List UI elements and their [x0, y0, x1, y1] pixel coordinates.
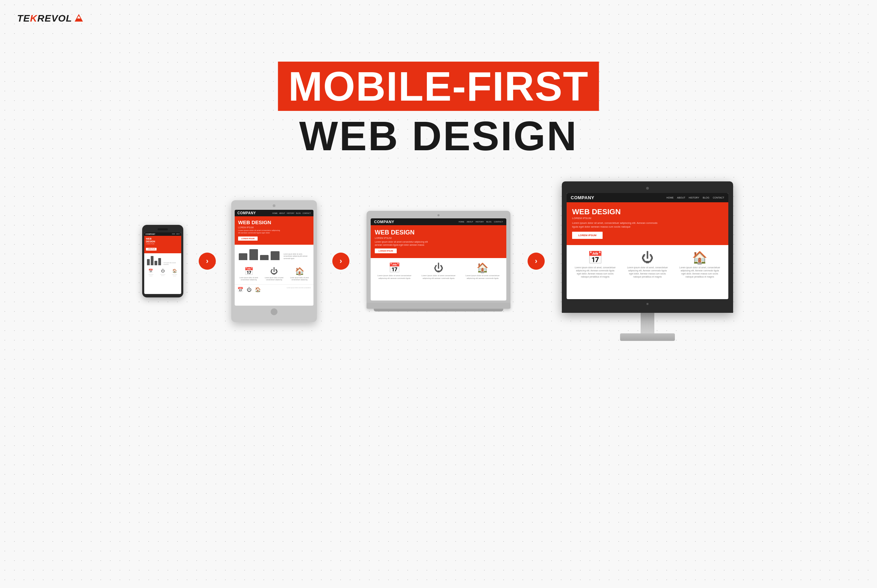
phone-feature1-text: Lorem ipsumdolor sit	[146, 274, 156, 276]
desktop-feature3: 🏠 Lorem ipsum dolor sit amet, consectetu…	[676, 250, 724, 278]
laptop-feature1: 📅 Lorem ipsum dolor sit amet consectetue…	[374, 262, 415, 280]
arrow2: ›	[332, 253, 349, 270]
desktop-nav-history: HISTORY	[689, 196, 699, 199]
laptop-hero-title: WEB DESIGN	[375, 230, 502, 236]
tablet-feature2-text: Lorem ipsum dolor sit ametconsectetuer a…	[263, 277, 285, 281]
tablet-feature3: 🏠 Lorem ipsum dolor sit ametconsectetuer…	[288, 267, 311, 281]
tablet-footer: 📅 ⏻ 🏠 Lorem ipsum dolor sit amet consect…	[235, 284, 313, 294]
phone-feature3-icon: 🏠	[169, 268, 180, 273]
desktop-nav-contact: CONTACT	[713, 196, 724, 199]
logo: TEKREVOL	[17, 13, 83, 24]
desktop-nav-brand: COMPANY	[571, 195, 594, 200]
laptop-feature2-icon: ⏻	[418, 262, 459, 273]
phone-device: COMPANY HOME ABOUT WEBDESIGN LOREM IPSUM…	[140, 225, 185, 297]
desktop-feature3-text: Lorem ipsum dolor sit amet, consectetuer…	[676, 266, 724, 278]
phone-bar4	[158, 258, 161, 265]
phone-bar3	[155, 261, 157, 266]
tablet-chart-text: Lorem ipsum dolor sit amet, consectetuer…	[281, 253, 309, 260]
phone-feature2-text: Lorem ipsumdolor sit	[158, 274, 168, 276]
phone-features: 📅 Lorem ipsumdolor sit ⏻ Lorem ipsumdolo…	[144, 267, 181, 278]
desktop-hero-body: Lorem ipsum dolor sit amet, consectetuer…	[572, 221, 661, 229]
laptop-feature1-text: Lorem ipsum dolor sit amet consectetuera…	[374, 274, 415, 280]
laptop-feature3-icon: 🏠	[462, 262, 503, 273]
phone-hero-sub: LOREM IPSUM	[146, 243, 179, 245]
tablet-hero-body: Lorem ipsum dolor sit amet consectetur a…	[238, 230, 310, 234]
laptop-hero: WEB DESIGN LOREM IPSUM Lorem ipsum dolor…	[371, 225, 506, 258]
phone-bar2	[151, 256, 153, 265]
tablet-footer-icon2: ⏻	[247, 287, 251, 292]
tablet-chart: Lorem ipsum dolor sit amet, consectetuer…	[235, 245, 313, 264]
desktop-feature1: 📅 Lorem ipsum dolor sit amet, consectetu…	[572, 250, 619, 278]
desktop-bezel-bottom	[567, 299, 728, 309]
phone-feature1: 📅 Lorem ipsumdolor sit	[146, 268, 156, 276]
laptop-cta: LOREM IPSUM	[375, 249, 397, 253]
laptop-nav: COMPANY HOME ABOUT HISTORY BLOG CONTACT	[371, 218, 506, 225]
tablet-feature1: 📅 Lorem ipsum dolor sit ametconsectetuer…	[238, 267, 260, 281]
tablet-feature3-text: Lorem ipsum dolor sit ametconsectetuer a…	[288, 277, 311, 281]
laptop-lid: COMPANY HOME ABOUT HISTORY BLOG CONTACT …	[367, 211, 510, 303]
laptop-features: 📅 Lorem ipsum dolor sit amet consectetue…	[371, 258, 506, 284]
desktop-feature1-icon: 📅	[572, 250, 619, 265]
tablet-bar3	[260, 255, 269, 260]
hero-section: MOBILE-FIRST WEB DESIGN	[278, 62, 599, 159]
tablet-body: COMPANY HOME ABOUT HISTORY BLOG CONTACT …	[231, 200, 317, 322]
desktop-stand-neck	[641, 313, 654, 333]
tablet-bar2	[250, 249, 258, 260]
devices-showcase: COMPANY HOME ABOUT WEBDESIGN LOREM IPSUM…	[140, 182, 737, 341]
desktop-feature1-text: Lorem ipsum dolor sit amet, consectetuer…	[572, 266, 619, 278]
laptop-foot	[374, 309, 503, 312]
desktop-feature3-icon: 🏠	[676, 250, 724, 265]
tablet-nav-history: HISTORY	[287, 212, 294, 214]
tablet-nav-blog: BLOG	[296, 212, 301, 214]
laptop-hero-sub: LOREM IPSUM	[375, 237, 502, 239]
tablet-nav-brand: COMPANY	[238, 211, 256, 215]
desktop-hero: WEB DESIGN LOREM IPSUM Lorem ipsum dolor…	[567, 202, 728, 245]
phone-nav-link: ABOUT	[176, 233, 180, 235]
hero-line1: MOBILE-FIRST	[278, 62, 599, 111]
phone-feature3-text: Lorem ipsumdolor sit	[169, 274, 180, 276]
hero-title-highlight: MOBILE-FIRST	[278, 62, 599, 111]
laptop-feature2-text: Lorem ipsum dolor sit amet consectetuera…	[418, 274, 459, 280]
desktop-stand-base	[620, 333, 675, 341]
desktop-feature2: ⏻ Lorem ipsum dolor sit amet, consectetu…	[624, 250, 671, 278]
desktop-camera	[646, 187, 649, 190]
laptop-nav-history: HISTORY	[475, 221, 484, 223]
phone-cta: LOREM IPSUM	[146, 248, 156, 250]
laptop-nav-about: ABOUT	[466, 221, 473, 223]
tablet-bar4	[271, 251, 279, 260]
tablet-device: COMPANY HOME ABOUT HISTORY BLOG CONTACT …	[230, 200, 319, 322]
tablet-footer-text: Lorem ipsum dolor sit amet consectetur	[287, 287, 311, 292]
desktop-nav: COMPANY HOME ABOUT HISTORY BLOG CONTACT	[567, 193, 728, 202]
tablet-feature1-icon: 📅	[238, 267, 260, 276]
desktop-feature2-icon: ⏻	[624, 250, 671, 265]
phone-notch	[158, 228, 168, 230]
tablet-feature3-icon: 🏠	[288, 267, 311, 276]
desktop-hero-sub: LOREM IPSUM	[572, 217, 723, 220]
laptop-screen: COMPANY HOME ABOUT HISTORY BLOG CONTACT …	[371, 218, 506, 300]
arrow1: ›	[199, 253, 216, 270]
phone-feature2: ⏻ Lorem ipsumdolor sit	[158, 268, 168, 276]
tablet-features: 📅 Lorem ipsum dolor sit ametconsectetuer…	[235, 264, 313, 285]
tablet-feature1-text: Lorem ipsum dolor sit ametconsectetuer a…	[238, 277, 260, 281]
tablet-camera	[273, 204, 275, 207]
laptop-feature1-icon: 📅	[374, 262, 415, 273]
laptop-feature2: ⏻ Lorem ipsum dolor sit amet consectetue…	[418, 262, 459, 280]
desktop-screen: COMPANY HOME ABOUT HISTORY BLOG CONTACT …	[567, 193, 728, 299]
phone-bar1	[147, 259, 150, 265]
tablet-bar1	[239, 253, 247, 260]
laptop-feature3-text: Lorem ipsum dolor sit amet consectetuera…	[462, 274, 503, 280]
tablet-nav-about: ABOUT	[279, 212, 285, 214]
hero-line2: WEB DESIGN	[278, 112, 599, 159]
arrow3: ›	[528, 253, 545, 270]
laptop-body: COMPANY HOME ABOUT HISTORY BLOG CONTACT …	[367, 211, 510, 312]
laptop-camera	[438, 214, 439, 216]
tablet-home-button	[271, 308, 277, 315]
logo-text: TEKREVOL	[17, 13, 72, 24]
phone-nav: COMPANY HOME ABOUT	[144, 232, 181, 236]
laptop-device: COMPANY HOME ABOUT HISTORY BLOG CONTACT …	[363, 211, 514, 312]
desktop-monitor: COMPANY HOME ABOUT HISTORY BLOG CONTACT …	[562, 182, 733, 313]
laptop-hero-body: Lorem ipsum dolor sit amet consectetur a…	[375, 240, 502, 246]
phone-screen: COMPANY HOME ABOUT WEBDESIGN LOREM IPSUM…	[144, 232, 181, 294]
desktop-indicator-dot	[647, 303, 648, 305]
tablet-footer-icon3: 🏠	[255, 287, 261, 292]
